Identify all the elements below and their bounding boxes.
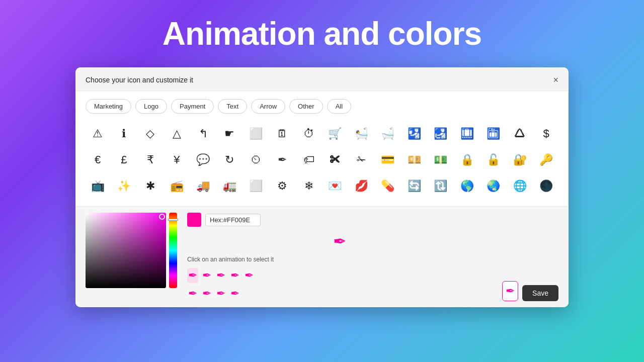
icon-cell[interactable]: ☛ [217, 122, 242, 146]
icon-cell[interactable]: ¥ [165, 148, 189, 172]
color-swatch [187, 213, 201, 227]
dialog-body: Marketing Logo Payment Text Arrow Other … [75, 91, 569, 206]
anim-icon-3[interactable]: ✒ [215, 268, 226, 283]
tab-all[interactable]: All [327, 99, 351, 114]
icon-cell[interactable]: 💋 [349, 174, 373, 198]
tab-arrow[interactable]: Arrow [251, 99, 285, 114]
icon-cell[interactable]: 🌑 [534, 174, 558, 198]
anim-icon-8[interactable]: ✒ [215, 286, 226, 301]
preview-action-icon[interactable]: ✒ [502, 281, 518, 301]
icon-cell[interactable]: ◇ [138, 122, 163, 146]
icon-cell[interactable]: 🛀 [349, 122, 373, 146]
animation-grid: ✒ ✒ ✒ ✒ ✒ ✒ ✒ ✒ ✒ [187, 268, 255, 301]
icon-cell[interactable]: ⚙ [270, 174, 294, 198]
icon-cell[interactable]: 🌐 [508, 174, 532, 198]
icon-cell[interactable]: 🛁 [376, 122, 400, 146]
icon-cell[interactable]: 🚚 [191, 174, 215, 198]
icon-cell[interactable]: 🛃 [429, 122, 453, 146]
preview-icon: ✒ [187, 232, 492, 251]
icon-cell[interactable]: 💊 [376, 174, 400, 198]
icon-cell[interactable]: € [86, 148, 110, 172]
icon-cell[interactable]: 🛅 [481, 122, 506, 146]
color-gradient-picker[interactable] [86, 213, 166, 288]
hex-row [187, 213, 492, 227]
icon-cell[interactable]: 🚛 [217, 174, 242, 198]
icon-cell[interactable]: 🔑 [534, 148, 558, 172]
icon-cell[interactable]: 💳 [376, 148, 400, 172]
icon-cell[interactable]: 🔓 [481, 148, 506, 172]
icons-grid: ⚠ ℹ ◇ △ ↰ ☛ ⬜ 🗓 ⏱ 🛒 🛀 🛁 🛂 🛃 🛄 🛅 🛆 $ € £ … [86, 122, 558, 198]
icon-cell[interactable]: ⬜ [244, 122, 268, 146]
icon-cell[interactable]: 💵 [429, 148, 453, 172]
icon-cell[interactable]: ✱ [138, 174, 163, 198]
icon-cell[interactable]: ↻ [217, 148, 242, 172]
icon-cell[interactable]: ⏱ [297, 122, 321, 146]
page-title: Animation and colors [163, 15, 481, 52]
animation-prompt: Click on an animation to select it [187, 256, 492, 263]
icon-cell[interactable]: ✁ [349, 148, 373, 172]
tab-marketing[interactable]: Marketing [86, 99, 131, 114]
icon-cell[interactable]: ℹ [112, 122, 136, 146]
footer-actions: ✒ Save [502, 281, 558, 301]
tab-text[interactable]: Text [218, 99, 247, 114]
icon-cell[interactable]: 🔐 [508, 148, 532, 172]
save-button[interactable]: Save [522, 285, 558, 301]
tabs-container: Marketing Logo Payment Text Arrow Other … [86, 99, 558, 114]
icon-cell[interactable]: £ [112, 148, 136, 172]
icon-cell[interactable]: 💴 [402, 148, 426, 172]
icon-cell[interactable]: ⚠ [86, 122, 110, 146]
icon-cell[interactable]: 🛒 [323, 122, 347, 146]
icon-cell[interactable]: ⬜ [244, 174, 268, 198]
anim-icon-2[interactable]: ✒ [201, 268, 212, 283]
icon-cell[interactable]: ₹ [138, 148, 163, 172]
anim-icon-5[interactable]: ✒ [244, 268, 255, 283]
icon-cell[interactable]: $ [534, 122, 558, 146]
anim-icon-4[interactable]: ✒ [229, 268, 240, 283]
icon-cell[interactable]: 📺 [86, 174, 110, 198]
tab-other[interactable]: Other [289, 99, 323, 114]
icon-cell[interactable]: 🌏 [481, 174, 506, 198]
tab-logo[interactable]: Logo [135, 99, 167, 114]
anim-icon-9[interactable]: ✒ [229, 286, 240, 301]
icon-cell[interactable]: 💌 [323, 174, 347, 198]
color-gradient [86, 213, 166, 288]
icon-cell[interactable]: ✀ [323, 148, 347, 172]
icon-cell[interactable]: ↰ [191, 122, 215, 146]
icon-cell[interactable]: 🛆 [508, 122, 532, 146]
anim-icon-7[interactable]: ✒ [201, 286, 212, 301]
footer-right: ✒ Click on an animation to select it ✒ ✒… [187, 213, 492, 301]
hex-input[interactable] [205, 214, 261, 226]
dialog: Choose your icon and customize it × Mark… [75, 67, 569, 307]
icon-cell[interactable]: ✨ [112, 174, 136, 198]
icon-cell[interactable]: 🏷 [297, 148, 321, 172]
icon-cell[interactable]: 🔒 [455, 148, 479, 172]
hue-slider[interactable] [169, 213, 177, 288]
icon-cell[interactable]: 📻 [165, 174, 189, 198]
hue-cursor [168, 219, 178, 221]
icon-cell[interactable]: 🔃 [429, 174, 453, 198]
icon-cell[interactable]: 🛄 [455, 122, 479, 146]
icon-cell[interactable]: ⏲ [244, 148, 268, 172]
icon-cell[interactable]: 💬 [191, 148, 215, 172]
icon-cell[interactable]: 🗓 [270, 122, 294, 146]
tab-payment[interactable]: Payment [171, 99, 214, 114]
color-picker [86, 213, 177, 288]
icon-cell[interactable]: ✒ [270, 148, 294, 172]
dialog-title: Choose your icon and customize it [86, 76, 193, 84]
icon-cell[interactable]: ❄ [297, 174, 321, 198]
close-button[interactable]: × [553, 75, 558, 84]
anim-icon-1[interactable]: ✒ [187, 268, 198, 283]
icon-cell[interactable]: 🔄 [402, 174, 426, 198]
anim-icon-6[interactable]: ✒ [187, 286, 198, 301]
icon-cell[interactable]: 🛂 [402, 122, 426, 146]
color-cursor [159, 214, 165, 220]
icon-cell[interactable]: △ [165, 122, 189, 146]
dialog-header: Choose your icon and customize it × [75, 67, 569, 91]
icon-cell[interactable]: 🌎 [455, 174, 479, 198]
dialog-footer: ✒ Click on an animation to select it ✒ ✒… [75, 206, 569, 307]
